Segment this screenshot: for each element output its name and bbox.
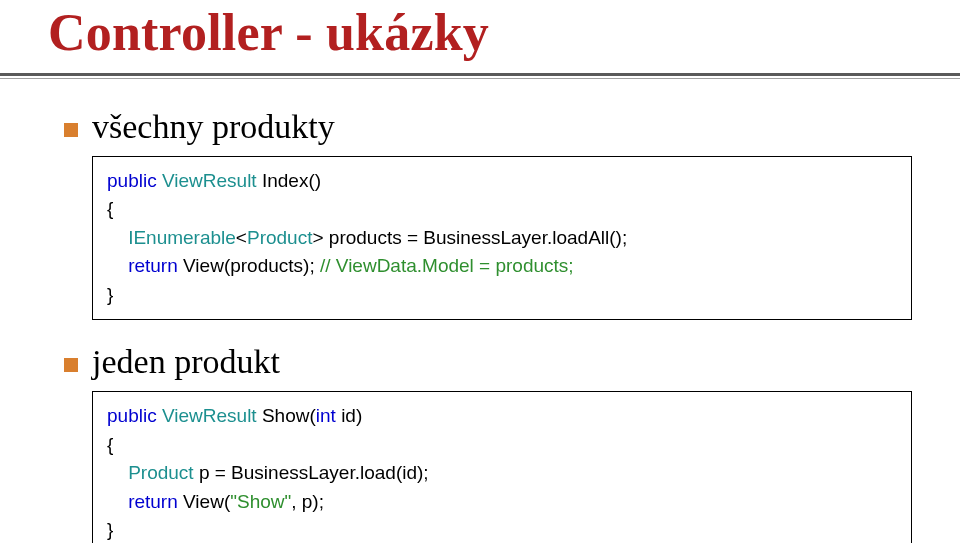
code-token: ViewResult xyxy=(162,170,257,191)
bullet-text-all-products: všechny produkty xyxy=(92,107,335,148)
code-token: int xyxy=(316,405,336,426)
underline-thick xyxy=(0,73,960,76)
code-indent xyxy=(107,227,128,248)
code-token: public xyxy=(107,170,157,191)
slide: Controller - ukázky všechny produkty pub… xyxy=(0,0,960,543)
bullet-item: všechny produkty xyxy=(64,107,912,148)
code-token: ViewResult xyxy=(162,405,257,426)
code-token: public xyxy=(107,405,157,426)
code-token: Index() xyxy=(257,170,321,191)
bullet-icon xyxy=(64,358,78,372)
bullet-text-one-product: jeden produkt xyxy=(92,342,280,383)
title-area: Controller - ukázky xyxy=(0,0,960,61)
code-token: { xyxy=(107,434,113,455)
code-token: < xyxy=(236,227,247,248)
code-token: return xyxy=(128,255,178,276)
code-token: id) xyxy=(336,405,362,426)
code-token: Product xyxy=(247,227,312,248)
code-indent xyxy=(107,491,128,512)
title-text: Controller - ukázky xyxy=(48,4,489,61)
bullet-item: jeden produkt xyxy=(64,342,912,383)
code-token: , p); xyxy=(291,491,324,512)
code-token: return xyxy=(128,491,178,512)
underline-thin xyxy=(0,78,960,79)
code-token: p = BusinessLayer.load(id); xyxy=(194,462,429,483)
content-area: všechny produkty public ViewResult Index… xyxy=(0,79,960,543)
title-underline xyxy=(0,73,960,79)
bullet-icon xyxy=(64,123,78,137)
code-indent xyxy=(107,255,128,276)
slide-title: Controller - ukázky xyxy=(48,4,912,61)
code-token: } xyxy=(107,519,113,540)
code-block-all-products: public ViewResult Index() { IEnumerable<… xyxy=(92,156,912,321)
code-token: { xyxy=(107,198,113,219)
code-string: "Show" xyxy=(230,491,291,512)
code-token: IEnumerable xyxy=(128,227,236,248)
code-token: View( xyxy=(178,491,230,512)
code-indent xyxy=(107,462,128,483)
code-comment: // ViewData.Model = products; xyxy=(320,255,574,276)
code-token: > products = BusinessLayer.loadAll(); xyxy=(312,227,627,248)
code-token: View(products); xyxy=(178,255,320,276)
code-token: Show( xyxy=(257,405,316,426)
code-token: } xyxy=(107,284,113,305)
code-token: Product xyxy=(128,462,193,483)
code-block-one-product: public ViewResult Show(int id) { Product… xyxy=(92,391,912,543)
